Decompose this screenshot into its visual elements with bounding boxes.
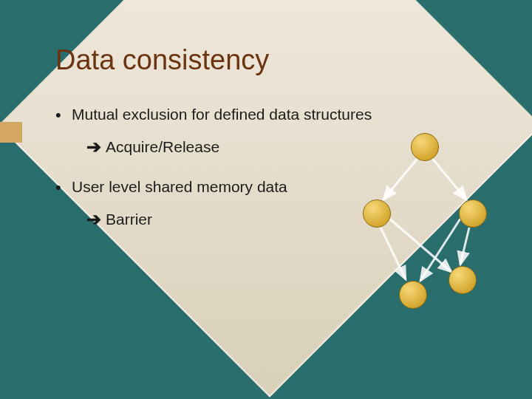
node-diagram [358, 133, 491, 325]
arrow-icon: ➔ [86, 209, 101, 230]
bullet-text: Mutual exclusion for defined data struct… [72, 106, 372, 123]
sub-text: Acquire/Release [106, 138, 219, 156]
bullet-item: Mutual exclusion for defined data struct… [55, 106, 495, 123]
graph-node [449, 266, 477, 294]
graph-node [363, 200, 391, 228]
graph-node [411, 133, 439, 161]
graph-node [399, 281, 427, 309]
bullet-text: User level shared memory data [72, 178, 287, 195]
svg-line-1 [431, 157, 466, 200]
slide-title: Data consistency [55, 44, 495, 76]
svg-line-3 [460, 228, 469, 265]
arrow-icon: ➔ [86, 137, 101, 157]
svg-line-2 [381, 228, 406, 279]
graph-node [459, 200, 487, 228]
sub-text: Barrier [106, 211, 152, 228]
svg-line-0 [383, 157, 419, 200]
